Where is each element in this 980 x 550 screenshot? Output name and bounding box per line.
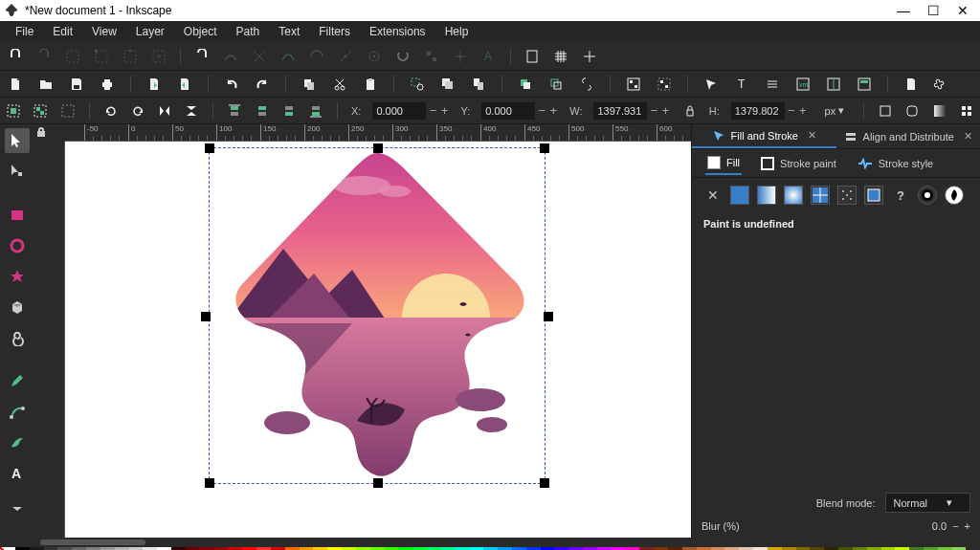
snap-bbox-icon[interactable] <box>34 47 54 66</box>
snap-intersection-icon[interactable] <box>250 47 269 66</box>
unlink-clone-icon[interactable] <box>577 75 596 94</box>
handle-w[interactable] <box>201 312 211 321</box>
snap-object-center-icon[interactable] <box>365 47 384 66</box>
ungroup-icon[interactable] <box>655 75 674 94</box>
hsl-button[interactable] <box>918 186 937 205</box>
flip-v-icon[interactable] <box>184 101 199 121</box>
rotate-cw-icon[interactable] <box>130 101 145 121</box>
close-button[interactable]: ✕ <box>957 3 969 18</box>
snap-smooth-icon[interactable] <box>307 47 326 66</box>
undo-icon[interactable] <box>222 75 241 94</box>
snap-page-icon[interactable] <box>523 47 542 66</box>
select-all-layers-icon[interactable] <box>33 101 48 121</box>
handle-n[interactable] <box>373 143 383 153</box>
snap-rotation-icon[interactable] <box>393 47 412 66</box>
lower-bottom-icon[interactable] <box>308 101 323 121</box>
w-dec[interactable]: − <box>649 103 658 118</box>
xml-icon[interactable]: xml <box>793 75 813 94</box>
menu-filters[interactable]: Filters <box>309 22 360 41</box>
bezier-tool[interactable] <box>5 400 30 425</box>
unit-select[interactable]: px ▾ <box>819 101 850 121</box>
w-inc[interactable]: + <box>660 103 670 118</box>
rect-tool[interactable] <box>5 203 30 228</box>
snap-bbox-center-icon[interactable] <box>149 47 168 66</box>
h-input[interactable] <box>731 102 785 120</box>
import-icon[interactable] <box>145 75 164 94</box>
h-inc[interactable]: + <box>798 103 808 118</box>
object-prop-icon[interactable] <box>855 75 874 94</box>
calligraphy-tool[interactable] <box>5 430 30 455</box>
text-dialog-icon[interactable]: T <box>732 75 751 94</box>
flat-color-button[interactable] <box>730 186 749 205</box>
linear-gradient-button[interactable] <box>757 186 776 205</box>
unknown-paint-button[interactable]: ? <box>891 186 910 205</box>
close-tab-icon[interactable]: ✕ <box>808 129 816 142</box>
menu-edit[interactable]: Edit <box>43 22 82 41</box>
clone-icon[interactable] <box>546 75 566 94</box>
transform-corners-icon[interactable] <box>904 101 920 121</box>
blur-inc[interactable]: + <box>965 520 970 532</box>
text-tool[interactable]: A <box>5 461 30 486</box>
handle-e[interactable] <box>544 312 553 321</box>
handle-ne[interactable] <box>540 143 549 153</box>
mesh-gradient-button[interactable] <box>811 186 830 205</box>
snap-object-mid-icon[interactable] <box>422 47 441 66</box>
pattern-button[interactable] <box>837 186 857 205</box>
blur-dec[interactable]: − <box>952 520 958 532</box>
tab-fill-stroke[interactable]: Fill and Stroke✕ <box>692 124 836 148</box>
snap-grid-icon[interactable] <box>551 47 570 66</box>
align-dialog-icon[interactable] <box>824 75 843 94</box>
menu-view[interactable]: View <box>82 22 126 41</box>
snap-guide-icon[interactable] <box>580 47 599 66</box>
node-tool[interactable] <box>5 159 30 184</box>
raise-icon[interactable] <box>255 101 270 121</box>
spiral-tool[interactable] <box>5 325 30 350</box>
pencil-tool[interactable] <box>5 369 30 394</box>
3dbox-tool[interactable] <box>5 295 30 319</box>
zoom-page-icon[interactable] <box>469 75 488 94</box>
save-icon[interactable] <box>67 75 86 94</box>
preferences-icon[interactable] <box>932 75 951 94</box>
snap-node-icon[interactable] <box>192 47 212 66</box>
ellipse-tool[interactable] <box>5 233 30 258</box>
deselect-icon[interactable] <box>59 101 75 121</box>
x-dec[interactable]: − <box>428 103 437 118</box>
menu-object[interactable]: Object <box>174 22 227 41</box>
h-dec[interactable]: − <box>787 103 796 118</box>
swatch-button[interactable] <box>864 186 883 205</box>
redo-icon[interactable] <box>253 75 272 94</box>
lock-aspect-icon[interactable] <box>681 101 697 121</box>
transform-stroke-icon[interactable] <box>878 101 893 121</box>
star-tool[interactable] <box>5 264 30 289</box>
close-tab-icon[interactable]: ✕ <box>964 130 972 143</box>
zoom-selection-icon[interactable] <box>408 75 427 94</box>
ruler-vertical[interactable] <box>48 142 65 538</box>
snap-bbox-corner-icon[interactable] <box>92 47 111 66</box>
no-paint-button[interactable]: ✕ <box>703 186 723 205</box>
canvas[interactable] <box>65 142 691 538</box>
transform-gradient-icon[interactable] <box>931 101 947 121</box>
snap-text-center-icon[interactable] <box>451 47 470 66</box>
snap-bbox-midpoint-icon[interactable] <box>121 47 140 66</box>
group-icon[interactable] <box>624 75 643 94</box>
guides-lock-icon[interactable] <box>35 126 47 138</box>
copy-icon[interactable] <box>300 75 319 94</box>
menu-help[interactable]: Help <box>435 22 479 41</box>
export-icon[interactable] <box>175 75 194 94</box>
ruler-horizontal[interactable]: -500501001502002503003504004505005506006… <box>65 124 691 142</box>
maximize-button[interactable]: ☐ <box>927 3 940 18</box>
new-icon[interactable] <box>6 75 25 94</box>
menu-path[interactable]: Path <box>227 22 270 41</box>
handle-sw[interactable] <box>205 478 214 488</box>
handle-nw[interactable] <box>205 143 214 153</box>
subtab-fill[interactable]: Fill <box>705 152 742 175</box>
menu-file[interactable]: File <box>6 22 43 41</box>
transform-pattern-icon[interactable] <box>959 101 974 121</box>
fill-stroke-icon[interactable] <box>702 75 721 94</box>
selector-tool[interactable] <box>5 128 30 153</box>
snap-text-baseline-icon[interactable]: A <box>479 47 499 66</box>
menu-extensions[interactable]: Extensions <box>360 22 435 41</box>
handle-s[interactable] <box>373 478 383 488</box>
lower-icon[interactable] <box>281 101 297 121</box>
x-input[interactable] <box>372 102 426 120</box>
